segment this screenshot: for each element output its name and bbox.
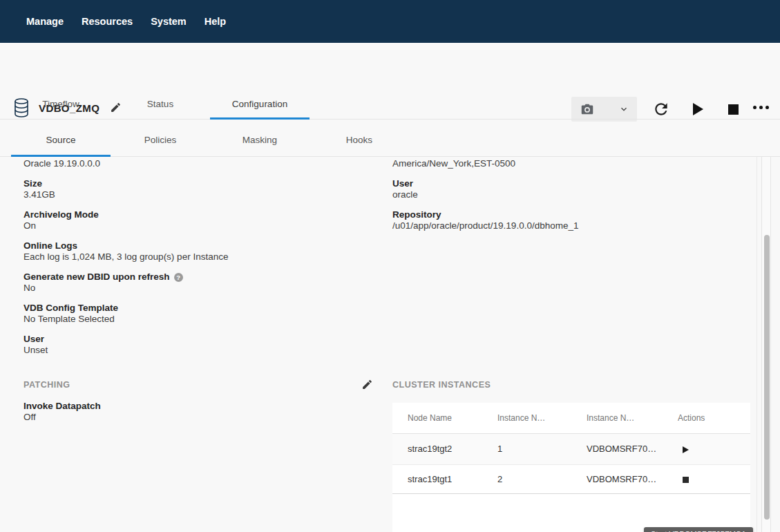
cell-node-name: strac19tgt2 <box>408 434 452 464</box>
field-invoke-datapatch: Invoke Datapatch Off <box>23 401 101 423</box>
field-value: Off <box>23 412 101 423</box>
table-row: strac19tgt2 1 VDBOMSRF70… <box>392 434 750 465</box>
field-label: Archivelog Mode <box>23 209 99 220</box>
field-label: Repository <box>392 209 441 220</box>
field-value: No Template Selected <box>23 314 369 325</box>
cell-instance-number: 1 <box>497 434 502 464</box>
source-details-left-column: Oracle 19.19.0.0.0 Size 3.41GB Archivelo… <box>23 158 369 365</box>
start-instance-tooltip: Start VDBOMSRF705ZMQ1 <box>644 527 753 532</box>
col-instance-name: Instance N… <box>587 403 634 433</box>
scrollbar-thumb[interactable] <box>764 235 770 520</box>
field-label: Invoke Datapatch <box>23 401 101 412</box>
top-nav-bar: Manage Resources System Help <box>0 0 780 43</box>
cell-actions <box>683 465 689 493</box>
nav-item-manage[interactable]: Manage <box>26 16 64 27</box>
tab-status[interactable]: Status <box>111 90 210 120</box>
col-instance-number: Instance N… <box>497 403 545 433</box>
tab-configuration[interactable]: Configuration <box>210 90 310 120</box>
field-value: /u01/app/oracle/product/19.19.0.0/dbhome… <box>392 220 738 231</box>
stop-instance-button[interactable] <box>683 477 689 483</box>
col-actions: Actions <box>678 403 705 433</box>
vdb-configuration-page: Manage Resources System Help VDBO_ZMQ <box>0 0 780 532</box>
cluster-instances-section-title: CLUSTER INSTANCES <box>392 380 491 390</box>
source-details-right-column: America/New_York,EST-0500 User oracle Re… <box>392 158 738 240</box>
cell-instance-name: VDBOMSRF70… <box>587 434 656 464</box>
field-value: 3.41GB <box>23 189 369 200</box>
field-repository: Repository /u01/app/oracle/product/19.19… <box>392 209 738 231</box>
table-row: strac19tgt1 2 VDBOMSRF70… Start VDBOMSRF… <box>392 465 750 494</box>
configuration-subtab-bar: Source Policies Masking Hooks <box>0 120 780 157</box>
cell-instance-name: VDBOMSRF70… <box>587 465 656 493</box>
pencil-icon <box>361 379 373 390</box>
patching-section-title: PATCHING <box>23 380 70 390</box>
field-size: Size 3.41GB <box>23 178 369 200</box>
field-label: User <box>392 178 413 189</box>
field-label: Generate new DBID upon refresh <box>23 272 170 283</box>
field-archivelog-mode: Archivelog Mode On <box>23 209 369 231</box>
scrollbar-track[interactable] <box>761 157 771 532</box>
nav-item-help[interactable]: Help <box>204 16 226 27</box>
field-value: oracle <box>392 189 738 200</box>
nav-item-resources[interactable]: Resources <box>82 16 133 27</box>
table-header: Node Name Instance N… Instance N… Action… <box>392 403 750 434</box>
cluster-instances-table: Node Name Instance N… Instance N… Action… <box>392 403 750 532</box>
field-label: User <box>23 334 44 345</box>
content-right-divider <box>757 157 757 532</box>
nav-item-system[interactable]: System <box>151 16 187 27</box>
primary-tab-bar: Timeflow Status Configuration <box>0 90 780 120</box>
col-node-name: Node Name <box>408 403 452 433</box>
field-database-version: Oracle 19.19.0.0.0 <box>23 158 369 169</box>
tab-timeflow[interactable]: Timeflow <box>11 90 111 120</box>
help-icon[interactable] <box>174 273 183 282</box>
subtab-masking[interactable]: Masking <box>210 120 310 157</box>
field-value: Unset <box>23 345 369 356</box>
field-vdb-config-template: VDB Config Template No Template Selected <box>23 303 369 325</box>
field-label: Size <box>23 178 42 189</box>
field-value: Each log is 1,024 MB, 3 log group(s) per… <box>23 251 369 263</box>
cell-node-name: strac19tgt1 <box>408 465 452 493</box>
field-generate-new-dbid: Generate new DBID upon refresh No <box>23 272 369 294</box>
field-value: On <box>23 220 369 231</box>
subtab-hooks[interactable]: Hooks <box>310 120 409 157</box>
subtab-source[interactable]: Source <box>11 120 111 157</box>
field-value: America/New_York,EST-0500 <box>392 158 738 169</box>
field-label: VDB Config Template <box>23 303 118 314</box>
start-instance-button[interactable] <box>683 446 689 453</box>
field-label: Online Logs <box>23 240 77 251</box>
field-value: No <box>23 283 369 294</box>
field-online-logs: Online Logs Each log is 1,024 MB, 3 log … <box>23 240 369 263</box>
page-header: VDBO_ZMQ <box>0 43 780 90</box>
subtab-policies[interactable]: Policies <box>111 120 210 157</box>
cell-instance-number: 2 <box>497 465 502 493</box>
edit-patching-button[interactable] <box>361 379 374 391</box>
field-env-user: User oracle <box>392 178 738 200</box>
field-user: User Unset <box>23 334 369 356</box>
cell-actions <box>683 434 689 464</box>
field-value: Oracle 19.19.0.0.0 <box>23 158 369 169</box>
field-timezone: America/New_York,EST-0500 <box>392 158 738 169</box>
